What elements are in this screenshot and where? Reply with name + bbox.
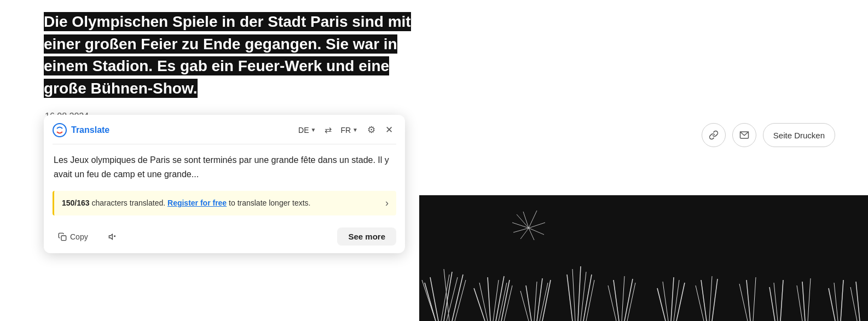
print-button[interactable]: Seite Drucken xyxy=(763,123,835,147)
email-button[interactable] xyxy=(732,123,756,147)
copy-label: Copy xyxy=(70,232,88,241)
chars-info-box: 150/163 characters translated. Register … xyxy=(53,191,396,215)
target-lang-chevron-icon: ▼ xyxy=(352,127,358,133)
svg-marker-69 xyxy=(109,234,112,239)
target-lang-selector[interactable]: FR ▼ xyxy=(338,124,361,136)
close-icon[interactable]: ✕ xyxy=(382,122,396,137)
info-box-chevron-icon[interactable]: › xyxy=(385,197,389,209)
target-lang-label: FR xyxy=(340,126,351,135)
source-lang-label: DE xyxy=(298,126,309,135)
article-title-block: Die Olympischen Spiele in der Stadt Pari… xyxy=(44,11,427,100)
speaker-icon xyxy=(108,232,118,241)
settings-icon[interactable]: ⚙ xyxy=(364,122,379,137)
popup-header: Translate DE ▼ ⇄ FR ▼ ⚙ ✕ xyxy=(44,115,405,144)
link-button[interactable] xyxy=(702,123,726,147)
article-toolbar: Seite Drucken xyxy=(702,123,835,147)
translate-popup: Translate DE ▼ ⇄ FR ▼ ⚙ ✕ Les Jeux olymp… xyxy=(44,115,405,253)
copy-button[interactable]: Copy xyxy=(53,229,94,244)
copy-icon xyxy=(58,232,67,241)
translate-logo xyxy=(53,123,67,137)
popup-footer: Copy See more xyxy=(44,223,405,253)
svg-rect-68 xyxy=(61,236,66,241)
translation-text: Les Jeux olympiques de Paris se sont ter… xyxy=(44,144,405,186)
popup-controls: DE ▼ ⇄ FR ▼ ⚙ ✕ xyxy=(296,122,396,137)
chars-count: 150/163 xyxy=(62,199,90,207)
see-more-button[interactable]: See more xyxy=(337,227,396,246)
source-lang-chevron-icon: ▼ xyxy=(311,127,316,133)
swap-languages-icon[interactable]: ⇄ xyxy=(322,123,334,137)
info-text: characters translated. xyxy=(92,199,166,207)
source-lang-selector[interactable]: DE ▼ xyxy=(296,124,319,136)
translate-title: Translate xyxy=(71,125,291,135)
info-suffix: to translate longer texts. xyxy=(229,199,310,207)
info-box-text: 150/163 characters translated. Register … xyxy=(62,197,380,209)
listen-button[interactable] xyxy=(102,229,123,244)
article-title: Die Olympischen Spiele in der Stadt Pari… xyxy=(44,12,411,98)
svg-point-67 xyxy=(53,124,66,137)
register-link[interactable]: Register for free xyxy=(167,199,227,207)
